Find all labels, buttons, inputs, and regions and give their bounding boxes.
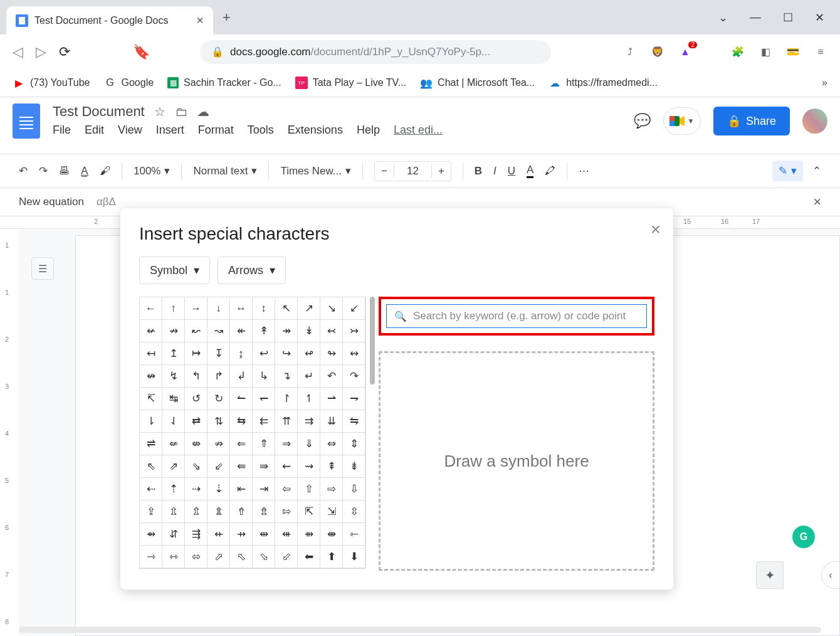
close-tab-icon[interactable]: × [196,13,204,28]
char-cell[interactable]: ↓ [207,297,230,320]
back-button[interactable]: ◁ [13,44,23,60]
char-cell[interactable]: ⇝ [298,455,320,478]
char-cell[interactable]: ↕ [253,297,275,320]
collapse-toolbar-icon[interactable]: ⌃ [812,164,821,178]
italic-icon[interactable]: I [493,165,496,178]
char-cell[interactable]: ↵ [298,365,320,388]
char-cell[interactable]: ⇱ [298,501,320,523]
bookmark-youtube[interactable]: ▶(73) YouTube [13,77,90,89]
char-cell[interactable]: ⇣ [207,478,230,501]
char-cell[interactable]: ⬂ [253,546,275,568]
char-cell[interactable]: ⇺ [275,523,298,546]
char-cell[interactable]: ⇯ [253,501,275,523]
char-cell[interactable]: ↘ [320,297,343,320]
highlight-icon[interactable]: 🖍 [545,165,555,178]
undo-icon[interactable]: ↶ [19,164,28,178]
char-cell[interactable]: ⇔ [320,433,343,455]
maximize-icon[interactable]: ☐ [783,11,793,24]
char-cell[interactable]: ⬄ [185,546,207,568]
horizontal-scrollbar[interactable] [19,627,821,633]
char-cell[interactable]: ↳ [253,365,275,388]
meet-button[interactable]: ▼ [663,107,701,135]
greek-letters-icon[interactable]: αβΔ [97,196,116,208]
dropdown-icon[interactable]: ⌄ [718,11,728,24]
sidebar-icon[interactable]: ◧ [759,45,772,59]
char-cell[interactable]: ↝ [207,320,230,342]
char-cell[interactable]: ⇂ [140,410,162,433]
char-cell[interactable]: ⇭ [207,501,230,523]
char-cell[interactable]: ⇥ [253,478,275,501]
char-cell[interactable]: ⇧ [298,478,320,501]
char-cell[interactable]: ⇦ [275,478,298,501]
char-cell[interactable]: ↷ [343,365,365,388]
menu-insert[interactable]: Insert [156,124,184,137]
last-edit-link[interactable]: Last edi... [394,124,443,137]
extensions-icon[interactable]: 🧩 [731,45,745,59]
menu-tools[interactable]: Tools [248,124,274,137]
subcategory-dropdown[interactable]: Arrows▾ [218,257,286,284]
char-cell[interactable]: ⇎ [185,433,207,455]
char-cell[interactable]: ↑ [162,297,185,320]
menu-edit[interactable]: Edit [85,124,104,137]
char-cell[interactable]: ↶ [320,365,343,388]
char-cell[interactable]: ⇷ [207,523,230,546]
char-cell[interactable]: ⇨ [320,478,343,501]
brave-shield-icon[interactable]: 🦁 [651,45,664,59]
char-cell[interactable]: ⬀ [207,546,230,568]
char-cell[interactable]: ↠ [275,320,298,342]
search-field[interactable]: 🔍 [386,304,647,328]
char-cell[interactable]: ↞ [230,320,253,342]
char-cell[interactable]: ⇑ [253,433,275,455]
zoom-select[interactable]: 100%▾ [134,164,170,178]
char-cell[interactable]: ↻ [207,388,230,410]
minimize-icon[interactable]: — [750,11,761,24]
close-window-icon[interactable]: ✕ [815,11,824,24]
more-icon[interactable]: ⋯ [579,164,589,178]
char-cell[interactable]: ⇤ [230,478,253,501]
char-cell[interactable]: ⇪ [140,501,162,523]
print-icon[interactable]: 🖶 [59,165,70,178]
char-cell[interactable]: ↤ [140,342,162,365]
char-cell[interactable]: ↨ [230,342,253,365]
url-input[interactable]: 🔒 docs.google.com/document/d/1hP_y_UsnQ7… [200,40,551,64]
font-select[interactable]: Times New...▾ [280,164,351,178]
char-cell[interactable]: ↾ [275,388,298,410]
spellcheck-icon[interactable]: A̲ [81,164,88,178]
char-cell[interactable]: ↟ [253,320,275,342]
char-cell[interactable]: ↽ [253,388,275,410]
menu-help[interactable]: Help [357,124,380,137]
char-cell[interactable]: ⇘ [185,455,207,478]
grid-scrollbar[interactable] [370,297,375,384]
char-cell[interactable]: ⇲ [320,501,343,523]
char-cell[interactable]: ↩ [253,342,275,365]
comments-icon[interactable]: 💬 [634,113,651,129]
char-cell[interactable]: ⬃ [275,546,298,568]
char-cell[interactable]: ⇙ [207,455,230,478]
char-cell[interactable]: ⇩ [343,478,365,501]
char-cell[interactable]: ↖ [275,297,298,320]
menu-file[interactable]: File [53,124,71,137]
share-button[interactable]: 🔒 Share [713,107,790,135]
menu-extensions[interactable]: Extensions [288,124,343,137]
char-cell[interactable]: → [185,297,207,320]
char-cell[interactable]: ⇻ [298,523,320,546]
char-cell[interactable]: ⇡ [162,478,185,501]
char-cell[interactable]: ⬇ [343,546,365,568]
char-cell[interactable]: ↰ [185,365,207,388]
char-cell[interactable]: ⇋ [343,410,365,433]
char-cell[interactable]: ⇾ [140,546,162,568]
bookmark-tracker[interactable]: ▦Sachin Tracker - Go... [167,77,281,88]
category-dropdown[interactable]: Symbol▾ [139,257,210,284]
char-cell[interactable]: ⇴ [140,523,162,546]
char-cell[interactable]: ⇚ [230,455,253,478]
char-cell[interactable]: ↲ [230,365,253,388]
char-cell[interactable]: ⇰ [275,501,298,523]
char-cell[interactable]: ⬁ [230,546,253,568]
char-cell[interactable]: ⇍ [162,433,185,455]
char-cell[interactable]: ⇉ [298,410,320,433]
bookmark-google[interactable]: GGoogle [103,77,154,89]
char-cell[interactable]: ↼ [230,388,253,410]
underline-icon[interactable]: U [508,165,515,178]
char-cell[interactable]: ⇌ [140,433,162,455]
char-cell[interactable]: ⇓ [298,433,320,455]
